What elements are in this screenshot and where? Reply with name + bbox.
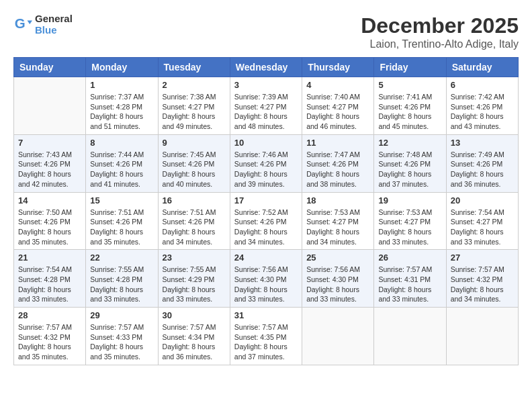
- day-info: Sunrise: 7:54 AMSunset: 4:27 PMDaylight:…: [451, 208, 514, 247]
- day-number: 13: [451, 138, 514, 148]
- calendar-cell: [302, 308, 374, 365]
- day-number: 22: [90, 253, 153, 263]
- day-info: Sunrise: 7:53 AMSunset: 4:27 PMDaylight:…: [306, 208, 369, 247]
- calendar-cell: 20Sunrise: 7:54 AMSunset: 4:27 PMDayligh…: [446, 192, 518, 250]
- day-number: 6: [451, 80, 514, 90]
- calendar-cell: 12Sunrise: 7:48 AMSunset: 4:26 PMDayligh…: [374, 134, 446, 192]
- calendar-row-4: 28Sunrise: 7:57 AMSunset: 4:32 PMDayligh…: [14, 308, 519, 365]
- day-info: Sunrise: 7:51 AMSunset: 4:26 PMDaylight:…: [163, 208, 226, 247]
- day-number: 4: [306, 80, 369, 90]
- calendar-cell: 7Sunrise: 7:43 AMSunset: 4:26 PMDaylight…: [14, 134, 86, 192]
- day-number: 14: [18, 195, 81, 205]
- day-number: 1: [90, 80, 153, 90]
- day-number: 5: [378, 80, 441, 90]
- day-number: 2: [163, 80, 226, 90]
- calendar-body: 1Sunrise: 7:37 AMSunset: 4:28 PMDaylight…: [14, 77, 519, 365]
- day-info: Sunrise: 7:56 AMSunset: 4:30 PMDaylight:…: [306, 265, 369, 304]
- column-header-saturday: Saturday: [446, 58, 518, 77]
- title-block: December 2025 Laion, Trentino-Alto Adige…: [361, 13, 519, 50]
- calendar-cell: 19Sunrise: 7:53 AMSunset: 4:27 PMDayligh…: [374, 192, 446, 250]
- day-number: 16: [163, 195, 226, 205]
- day-number: 20: [451, 195, 514, 205]
- calendar-cell: 14Sunrise: 7:50 AMSunset: 4:26 PMDayligh…: [14, 192, 86, 250]
- calendar-cell: 30Sunrise: 7:57 AMSunset: 4:34 PMDayligh…: [158, 308, 230, 365]
- logo: G General Blue: [13, 13, 73, 36]
- day-info: Sunrise: 7:55 AMSunset: 4:28 PMDaylight:…: [90, 265, 153, 304]
- day-info: Sunrise: 7:57 AMSunset: 4:33 PMDaylight:…: [90, 322, 153, 362]
- calendar-cell: 23Sunrise: 7:55 AMSunset: 4:29 PMDayligh…: [158, 250, 230, 308]
- page-header: G General Blue December 2025 Laion, Tren…: [13, 13, 519, 50]
- calendar-row-1: 7Sunrise: 7:43 AMSunset: 4:26 PMDaylight…: [14, 134, 519, 192]
- logo-line2: Blue: [35, 25, 73, 36]
- calendar-cell: 28Sunrise: 7:57 AMSunset: 4:32 PMDayligh…: [14, 308, 86, 365]
- logo-line1: General: [35, 13, 73, 25]
- calendar-cell: 1Sunrise: 7:37 AMSunset: 4:28 PMDaylight…: [86, 77, 158, 135]
- day-number: 12: [378, 138, 441, 148]
- calendar-cell: 11Sunrise: 7:47 AMSunset: 4:26 PMDayligh…: [302, 134, 374, 192]
- svg-text:G: G: [15, 15, 26, 31]
- calendar-cell: 21Sunrise: 7:54 AMSunset: 4:28 PMDayligh…: [14, 250, 86, 308]
- calendar-header: SundayMondayTuesdayWednesdayThursdayFrid…: [14, 58, 519, 77]
- calendar-cell: 31Sunrise: 7:57 AMSunset: 4:35 PMDayligh…: [230, 308, 302, 365]
- calendar-cell: [14, 77, 86, 135]
- logo-text: General Blue: [35, 13, 73, 36]
- calendar-cell: [374, 308, 446, 365]
- calendar-cell: 15Sunrise: 7:51 AMSunset: 4:26 PMDayligh…: [86, 192, 158, 250]
- day-info: Sunrise: 7:39 AMSunset: 4:27 PMDaylight:…: [234, 92, 298, 132]
- day-info: Sunrise: 7:55 AMSunset: 4:29 PMDaylight:…: [163, 265, 226, 304]
- calendar-cell: 18Sunrise: 7:53 AMSunset: 4:27 PMDayligh…: [302, 192, 374, 250]
- day-info: Sunrise: 7:57 AMSunset: 4:32 PMDaylight:…: [18, 322, 81, 362]
- calendar-cell: 25Sunrise: 7:56 AMSunset: 4:30 PMDayligh…: [302, 250, 374, 308]
- calendar-cell: 27Sunrise: 7:57 AMSunset: 4:32 PMDayligh…: [446, 250, 518, 308]
- day-info: Sunrise: 7:45 AMSunset: 4:26 PMDaylight:…: [163, 150, 226, 189]
- day-info: Sunrise: 7:57 AMSunset: 4:35 PMDaylight:…: [234, 322, 298, 362]
- day-number: 8: [90, 138, 153, 148]
- column-header-sunday: Sunday: [14, 58, 86, 77]
- day-number: 23: [163, 253, 226, 263]
- calendar-title: December 2025: [361, 13, 519, 38]
- day-info: Sunrise: 7:47 AMSunset: 4:26 PMDaylight:…: [306, 150, 369, 189]
- day-number: 27: [451, 253, 514, 263]
- calendar-cell: 24Sunrise: 7:56 AMSunset: 4:30 PMDayligh…: [230, 250, 302, 308]
- day-number: 25: [306, 253, 369, 263]
- column-header-tuesday: Tuesday: [158, 58, 230, 77]
- calendar-cell: 3Sunrise: 7:39 AMSunset: 4:27 PMDaylight…: [230, 77, 302, 135]
- header-row: SundayMondayTuesdayWednesdayThursdayFrid…: [14, 58, 519, 77]
- day-info: Sunrise: 7:46 AMSunset: 4:26 PMDaylight:…: [234, 150, 298, 189]
- svg-marker-1: [28, 20, 32, 24]
- calendar-cell: 16Sunrise: 7:51 AMSunset: 4:26 PMDayligh…: [158, 192, 230, 250]
- day-info: Sunrise: 7:37 AMSunset: 4:28 PMDaylight:…: [90, 92, 153, 132]
- day-number: 11: [306, 138, 369, 148]
- day-number: 28: [18, 310, 81, 320]
- day-info: Sunrise: 7:51 AMSunset: 4:26 PMDaylight:…: [90, 208, 153, 247]
- calendar-cell: 6Sunrise: 7:42 AMSunset: 4:26 PMDaylight…: [446, 77, 518, 135]
- day-info: Sunrise: 7:42 AMSunset: 4:26 PMDaylight:…: [451, 92, 514, 132]
- day-number: 29: [90, 310, 153, 320]
- day-info: Sunrise: 7:57 AMSunset: 4:32 PMDaylight:…: [451, 265, 514, 304]
- calendar-cell: 10Sunrise: 7:46 AMSunset: 4:26 PMDayligh…: [230, 134, 302, 192]
- calendar-table: SundayMondayTuesdayWednesdayThursdayFrid…: [13, 57, 519, 365]
- day-info: Sunrise: 7:40 AMSunset: 4:27 PMDaylight:…: [306, 92, 369, 132]
- day-number: 19: [378, 195, 441, 205]
- day-number: 10: [234, 138, 298, 148]
- calendar-cell: 13Sunrise: 7:49 AMSunset: 4:26 PMDayligh…: [446, 134, 518, 192]
- calendar-cell: 26Sunrise: 7:57 AMSunset: 4:31 PMDayligh…: [374, 250, 446, 308]
- day-number: 21: [18, 253, 81, 263]
- calendar-cell: 4Sunrise: 7:40 AMSunset: 4:27 PMDaylight…: [302, 77, 374, 135]
- calendar-subtitle: Laion, Trentino-Alto Adige, Italy: [361, 38, 519, 50]
- day-number: 9: [163, 138, 226, 148]
- day-info: Sunrise: 7:53 AMSunset: 4:27 PMDaylight:…: [378, 208, 441, 247]
- day-info: Sunrise: 7:57 AMSunset: 4:34 PMDaylight:…: [163, 322, 226, 362]
- day-info: Sunrise: 7:44 AMSunset: 4:26 PMDaylight:…: [90, 150, 153, 189]
- day-number: 3: [234, 80, 298, 90]
- day-info: Sunrise: 7:56 AMSunset: 4:30 PMDaylight:…: [234, 265, 298, 304]
- calendar-cell: 9Sunrise: 7:45 AMSunset: 4:26 PMDaylight…: [158, 134, 230, 192]
- day-info: Sunrise: 7:43 AMSunset: 4:26 PMDaylight:…: [18, 150, 81, 189]
- calendar-row-3: 21Sunrise: 7:54 AMSunset: 4:28 PMDayligh…: [14, 250, 519, 308]
- day-number: 30: [163, 310, 226, 320]
- calendar-cell: 8Sunrise: 7:44 AMSunset: 4:26 PMDaylight…: [86, 134, 158, 192]
- day-info: Sunrise: 7:57 AMSunset: 4:31 PMDaylight:…: [378, 265, 441, 304]
- day-info: Sunrise: 7:49 AMSunset: 4:26 PMDaylight:…: [451, 150, 514, 189]
- calendar-cell: 2Sunrise: 7:38 AMSunset: 4:27 PMDaylight…: [158, 77, 230, 135]
- day-info: Sunrise: 7:52 AMSunset: 4:26 PMDaylight:…: [234, 208, 298, 247]
